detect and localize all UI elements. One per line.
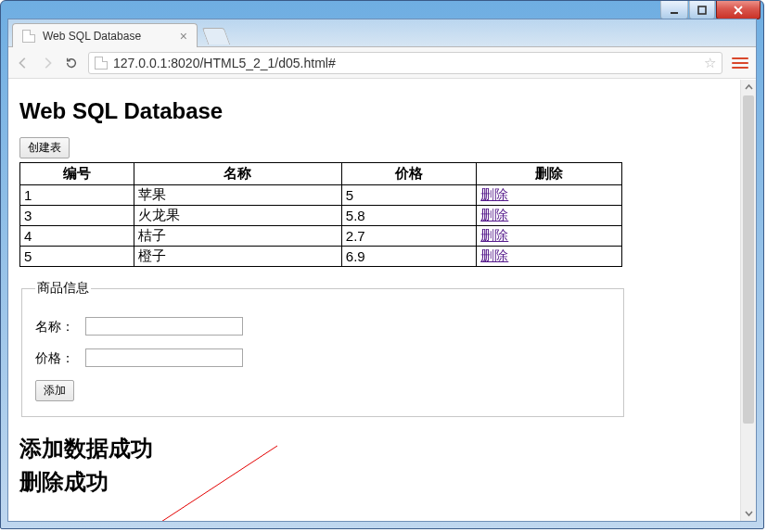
create-table-button[interactable]: 创建表	[19, 137, 70, 158]
page-viewport: Web SQL Database 创建表 编号 名称 价格 删除 1苹果5删除3…	[8, 80, 756, 521]
name-field[interactable]	[85, 317, 243, 336]
cell-name: 桔子	[134, 226, 342, 247]
tab-title: Web SQL Database	[43, 30, 141, 43]
cell-del: 删除	[477, 185, 622, 206]
nav-back-button[interactable]	[16, 56, 31, 70]
cell-name: 橙子	[134, 247, 342, 267]
status-line-1: 添加数据成功	[19, 434, 745, 463]
svg-rect-0	[671, 12, 678, 14]
nav-reload-button[interactable]	[64, 56, 79, 70]
new-tab-button[interactable]	[202, 28, 231, 44]
page-title: Web SQL Database	[19, 98, 745, 124]
page-content: Web SQL Database 创建表 编号 名称 价格 删除 1苹果5删除3…	[8, 80, 756, 512]
table-row: 4桔子2.7删除	[20, 226, 622, 247]
delete-link[interactable]: 删除	[480, 186, 508, 202]
vertical-scrollbar[interactable]	[740, 80, 756, 521]
tab-close-button[interactable]: ×	[180, 30, 187, 43]
cell-id: 3	[20, 206, 134, 226]
table-row: 5橙子6.9删除	[20, 247, 622, 267]
price-label: 价格：	[35, 350, 82, 367]
col-id: 编号	[20, 163, 134, 185]
product-form: 商品信息 名称： 价格： 添加	[21, 280, 624, 417]
scroll-track[interactable]	[741, 95, 756, 505]
chevron-down-icon	[745, 509, 753, 517]
cell-name: 火龙果	[134, 206, 342, 226]
browser-toolbar: 127.0.0.1:8020/HTML5_2_1/d05.html# ☆	[8, 47, 756, 79]
menu-bar-icon	[732, 67, 748, 69]
chevron-up-icon	[745, 83, 753, 92]
menu-bar-icon	[732, 57, 748, 59]
arrow-right-icon	[41, 57, 54, 70]
scroll-thumb[interactable]	[743, 95, 754, 424]
url-text: 127.0.0.1:8020/HTML5_2_1/d05.html#	[113, 56, 336, 70]
menu-bar-icon	[732, 62, 748, 64]
browser-tab-active[interactable]: Web SQL Database ×	[12, 23, 198, 47]
delete-link[interactable]: 删除	[480, 247, 508, 263]
cell-del: 删除	[477, 206, 622, 226]
col-del: 删除	[477, 163, 622, 185]
table-row: 1苹果5删除	[20, 185, 622, 206]
col-name: 名称	[134, 163, 342, 185]
cell-del: 删除	[477, 247, 622, 267]
col-price: 价格	[341, 163, 476, 185]
window-minimize-button[interactable]	[660, 1, 688, 19]
svg-rect-1	[698, 6, 706, 14]
browser-tabstrip: Web SQL Database ×	[8, 19, 756, 47]
name-label: 名称：	[35, 319, 82, 336]
cell-price: 6.9	[341, 247, 476, 267]
cell-price: 5	[341, 185, 476, 206]
form-legend: 商品信息	[35, 280, 91, 297]
window-close-button[interactable]	[716, 1, 761, 19]
cell-id: 1	[20, 185, 134, 206]
status-line-2: 删除成功	[19, 467, 745, 497]
minimize-icon	[670, 6, 679, 15]
cell-price: 5.8	[341, 206, 476, 226]
delete-link[interactable]: 删除	[480, 207, 508, 222]
address-bar[interactable]: 127.0.0.1:8020/HTML5_2_1/d05.html# ☆	[88, 52, 722, 74]
os-window: Web SQL Database × 127.0.0.1:8020/HTML5_…	[0, 0, 764, 529]
products-table: 编号 名称 价格 删除 1苹果5删除3火龙果5.8删除4桔子2.7删除5橙子6.…	[19, 162, 622, 267]
scroll-down-button[interactable]	[741, 505, 756, 521]
price-field[interactable]	[85, 348, 243, 367]
cell-del: 删除	[477, 226, 622, 247]
window-maximize-button[interactable]	[689, 1, 715, 19]
browser-frame: Web SQL Database × 127.0.0.1:8020/HTML5_…	[7, 19, 757, 522]
reload-icon	[65, 57, 78, 70]
page-icon	[95, 57, 108, 70]
cell-id: 4	[20, 226, 134, 247]
file-icon	[22, 30, 35, 43]
table-row: 3火龙果5.8删除	[20, 206, 622, 226]
maximize-icon	[697, 6, 707, 15]
cell-name: 苹果	[134, 185, 342, 206]
browser-menu-button[interactable]	[732, 57, 748, 69]
cell-id: 5	[20, 247, 134, 267]
delete-link[interactable]: 删除	[480, 227, 508, 243]
cell-price: 2.7	[341, 226, 476, 247]
arrow-left-icon	[17, 57, 30, 70]
close-icon	[734, 6, 743, 15]
table-header-row: 编号 名称 价格 删除	[20, 163, 622, 185]
nav-forward-button[interactable]	[40, 56, 55, 70]
scroll-up-button[interactable]	[741, 80, 756, 95]
status-messages: 添加数据成功 删除成功	[19, 434, 745, 497]
bookmark-star-icon[interactable]: ☆	[704, 55, 716, 71]
add-button[interactable]: 添加	[35, 380, 74, 401]
